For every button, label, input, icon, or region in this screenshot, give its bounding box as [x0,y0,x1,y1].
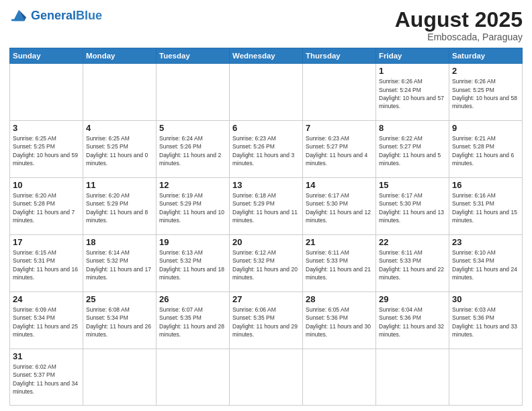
header: GeneralBlue August 2025 Emboscada, Parag… [9,8,523,42]
day-info: Sunrise: 6:25 AMSunset: 5:25 PMDaylight:… [13,134,80,167]
day-number: 8 [379,123,446,133]
calendar-body: 1Sunrise: 6:26 AMSunset: 5:24 PMDaylight… [10,64,523,406]
calendar-cell: 2Sunrise: 6:26 AMSunset: 5:25 PMDaylight… [449,64,523,121]
day-number: 19 [159,237,226,247]
day-info: Sunrise: 6:12 AMSunset: 5:32 PMDaylight:… [232,248,300,281]
day-number: 24 [13,294,80,304]
logo: GeneralBlue [9,8,102,23]
day-info: Sunrise: 6:16 AMSunset: 5:31 PMDaylight:… [452,191,519,224]
day-number: 31 [13,351,80,361]
day-number: 10 [13,180,80,190]
day-number: 29 [379,294,446,304]
calendar-row: 17Sunrise: 6:15 AMSunset: 5:31 PMDayligh… [10,235,523,292]
day-info: Sunrise: 6:15 AMSunset: 5:31 PMDaylight:… [13,248,80,281]
day-info: Sunrise: 6:08 AMSunset: 5:34 PMDaylight:… [86,306,153,338]
day-number: 5 [159,123,226,133]
day-number: 4 [86,123,153,133]
day-header-monday: Monday [83,48,157,64]
day-number: 1 [379,66,446,76]
calendar-header: SundayMondayTuesdayWednesdayThursdayFrid… [10,48,523,64]
calendar-cell [376,349,449,405]
calendar-cell: 5Sunrise: 6:24 AMSunset: 5:26 PMDaylight… [157,121,230,178]
calendar-cell: 24Sunrise: 6:09 AMSunset: 5:34 PMDayligh… [10,291,83,349]
day-info: Sunrise: 6:20 AMSunset: 5:29 PMDaylight:… [86,191,153,224]
day-info: Sunrise: 6:13 AMSunset: 5:32 PMDaylight:… [159,248,226,281]
calendar-cell [157,349,230,405]
day-number: 3 [13,123,80,133]
day-header-tuesday: Tuesday [157,48,230,64]
day-number: 9 [452,123,519,133]
calendar-row: 10Sunrise: 6:20 AMSunset: 5:28 PMDayligh… [10,178,523,235]
calendar-cell: 7Sunrise: 6:23 AMSunset: 5:27 PMDaylight… [303,121,376,178]
calendar-cell: 28Sunrise: 6:05 AMSunset: 5:36 PMDayligh… [303,291,376,349]
day-info: Sunrise: 6:22 AMSunset: 5:27 PMDaylight:… [379,134,446,167]
day-info: Sunrise: 6:05 AMSunset: 5:36 PMDaylight:… [306,306,373,338]
calendar-cell: 26Sunrise: 6:07 AMSunset: 5:35 PMDayligh… [157,291,230,349]
day-info: Sunrise: 6:14 AMSunset: 5:32 PMDaylight:… [86,248,153,281]
day-info: Sunrise: 6:25 AMSunset: 5:25 PMDaylight:… [86,134,153,167]
calendar-cell: 4Sunrise: 6:25 AMSunset: 5:25 PMDaylight… [83,121,157,178]
day-number: 6 [232,123,300,133]
calendar-cell: 27Sunrise: 6:06 AMSunset: 5:35 PMDayligh… [230,291,303,349]
day-number: 16 [452,180,519,190]
calendar-cell: 9Sunrise: 6:21 AMSunset: 5:28 PMDaylight… [449,121,523,178]
calendar-cell: 16Sunrise: 6:16 AMSunset: 5:31 PMDayligh… [449,178,523,235]
logo-blue: Blue [76,9,102,22]
day-info: Sunrise: 6:17 AMSunset: 5:30 PMDaylight:… [306,191,373,224]
title-block: August 2025 Emboscada, Paraguay [395,8,523,42]
calendar-cell: 29Sunrise: 6:04 AMSunset: 5:36 PMDayligh… [376,291,449,349]
day-info: Sunrise: 6:07 AMSunset: 5:35 PMDaylight:… [159,306,226,338]
page: GeneralBlue August 2025 Emboscada, Parag… [0,0,532,411]
day-info: Sunrise: 6:02 AMSunset: 5:37 PMDaylight:… [13,363,80,396]
calendar-cell: 14Sunrise: 6:17 AMSunset: 5:30 PMDayligh… [303,178,376,235]
calendar-cell [303,64,376,121]
logo-general: General [31,9,76,22]
day-number: 7 [306,123,373,133]
day-info: Sunrise: 6:06 AMSunset: 5:35 PMDaylight:… [232,306,300,338]
logo-icon [9,8,28,23]
day-info: Sunrise: 6:23 AMSunset: 5:27 PMDaylight:… [306,134,373,167]
day-info: Sunrise: 6:03 AMSunset: 5:36 PMDaylight:… [452,306,519,338]
day-number: 20 [232,237,300,247]
calendar-row: 1Sunrise: 6:26 AMSunset: 5:24 PMDaylight… [10,64,523,121]
calendar-cell: 31Sunrise: 6:02 AMSunset: 5:37 PMDayligh… [10,349,83,405]
day-header-sunday: Sunday [10,48,83,64]
calendar-cell: 15Sunrise: 6:17 AMSunset: 5:30 PMDayligh… [376,178,449,235]
calendar-cell [83,64,157,121]
day-number: 18 [86,237,153,247]
calendar-cell: 30Sunrise: 6:03 AMSunset: 5:36 PMDayligh… [449,291,523,349]
calendar-cell: 1Sunrise: 6:26 AMSunset: 5:24 PMDaylight… [376,64,449,121]
day-info: Sunrise: 6:21 AMSunset: 5:28 PMDaylight:… [452,134,519,167]
day-info: Sunrise: 6:11 AMSunset: 5:33 PMDaylight:… [379,248,446,281]
day-number: 13 [232,180,300,190]
calendar-cell: 17Sunrise: 6:15 AMSunset: 5:31 PMDayligh… [10,235,83,292]
day-header-thursday: Thursday [303,48,376,64]
day-header-saturday: Saturday [449,48,523,64]
day-info: Sunrise: 6:04 AMSunset: 5:36 PMDaylight:… [379,306,446,338]
calendar-cell: 3Sunrise: 6:25 AMSunset: 5:25 PMDaylight… [10,121,83,178]
day-number: 14 [306,180,373,190]
day-info: Sunrise: 6:09 AMSunset: 5:34 PMDaylight:… [13,306,80,338]
calendar-cell: 8Sunrise: 6:22 AMSunset: 5:27 PMDaylight… [376,121,449,178]
day-info: Sunrise: 6:26 AMSunset: 5:24 PMDaylight:… [379,77,446,110]
calendar-table: SundayMondayTuesdayWednesdayThursdayFrid… [9,48,523,406]
day-number: 12 [159,180,226,190]
calendar-cell [157,64,230,121]
day-number: 27 [232,294,300,304]
day-info: Sunrise: 6:17 AMSunset: 5:30 PMDaylight:… [379,191,446,224]
calendar-cell: 22Sunrise: 6:11 AMSunset: 5:33 PMDayligh… [376,235,449,292]
logo-text: GeneralBlue [31,9,102,21]
day-info: Sunrise: 6:20 AMSunset: 5:28 PMDaylight:… [13,191,80,224]
day-number: 28 [306,294,373,304]
calendar-cell [83,349,157,405]
day-number: 23 [452,237,519,247]
calendar-cell [230,349,303,405]
month-title: August 2025 [395,8,523,32]
day-header-wednesday: Wednesday [230,48,303,64]
day-info: Sunrise: 6:18 AMSunset: 5:29 PMDaylight:… [232,191,300,224]
subtitle: Emboscada, Paraguay [395,32,523,42]
day-number: 25 [86,294,153,304]
calendar-cell [10,64,83,121]
calendar-cell: 21Sunrise: 6:11 AMSunset: 5:33 PMDayligh… [303,235,376,292]
calendar-row: 3Sunrise: 6:25 AMSunset: 5:25 PMDaylight… [10,121,523,178]
